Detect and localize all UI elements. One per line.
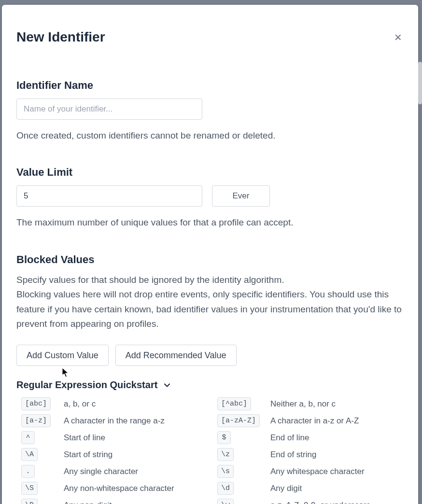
regex-row: [a-zA-Z] A character in a-z or A-Z — [217, 414, 404, 427]
regex-desc: A character in a-z or A-Z — [270, 416, 359, 426]
regex-tag: \A — [21, 448, 38, 461]
regex-row: \d Any digit — [217, 482, 404, 495]
regex-desc: Neither a, b, nor c — [270, 399, 336, 409]
regex-desc: Any single character — [64, 467, 138, 476]
identifier-name-label: Identifier Name — [16, 79, 404, 92]
regex-desc: End of line — [270, 433, 309, 443]
regex-row: \A Start of string — [21, 448, 208, 461]
regex-desc: End of string — [270, 450, 316, 460]
regex-row: \z End of string — [217, 448, 404, 461]
regex-tag: \s — [217, 465, 234, 478]
blocked-values-section: Blocked Values Specify values for that s… — [16, 253, 404, 332]
add-custom-value-button[interactable]: Add Custom Value — [16, 345, 109, 366]
regex-row: \w a-z, A-Z, 0-9, or underscore — [217, 499, 404, 504]
regex-desc: Any digit — [270, 484, 302, 493]
regex-tag: \d — [217, 482, 234, 495]
regex-desc: Start of string — [64, 450, 113, 460]
regex-row: ^ Start of line — [21, 431, 208, 444]
regex-tag: \w — [217, 499, 234, 504]
regex-desc: A character in the range a-z — [64, 416, 165, 426]
regex-desc: Any non-digit — [64, 501, 112, 504]
regex-desc: Any non-whitespace character — [64, 484, 174, 493]
regex-row: [^abc] Neither a, b, nor c — [217, 397, 404, 410]
identifier-name-section: Identifier Name Once created, custom ide… — [16, 79, 404, 143]
regex-row: [abc] a, b, or c — [21, 397, 208, 410]
identifier-name-input[interactable] — [16, 98, 202, 120]
regex-quickstart-title: Regular Expression Quickstart — [16, 379, 157, 391]
regex-tag: \S — [21, 482, 38, 495]
regex-desc: Any whitespace character — [270, 467, 365, 476]
close-icon: × — [394, 30, 402, 44]
regex-desc: a, b, or c — [64, 399, 96, 409]
regex-desc: Start of line — [64, 433, 105, 443]
add-recommended-value-button[interactable]: Add Recommended Value — [115, 345, 237, 366]
value-limit-section: Value Limit Ever The maximum number of u… — [16, 166, 404, 230]
regex-desc: a-z, A-Z, 0-9, or underscore — [270, 501, 371, 504]
regex-tag: [a-z] — [21, 414, 51, 427]
regex-row: \D Any non-digit — [21, 499, 208, 504]
identifier-name-help: Once created, custom identifiers cannot … — [16, 128, 404, 143]
regex-grid: [abc] a, b, or c [^abc] Neither a, b, no… — [16, 397, 404, 504]
chevron-down-icon — [163, 381, 171, 389]
regex-tag: [a-zA-Z] — [217, 414, 260, 427]
modal-title: New Identifier — [16, 29, 105, 45]
regex-tag: \D — [21, 499, 38, 504]
blocked-values-buttons: Add Custom Value Add Recommended Value — [16, 345, 404, 366]
blocked-values-desc-line2: Blocking values here will not drop entir… — [16, 289, 402, 329]
regex-tag: ^ — [21, 431, 35, 444]
value-limit-interval-button[interactable]: Ever — [212, 185, 270, 207]
regex-row: $ End of line — [217, 431, 404, 444]
regex-tag: \z — [217, 448, 234, 461]
regex-tag: [abc] — [21, 397, 51, 410]
scrollbar-thumb[interactable] — [418, 62, 422, 104]
modal-header: New Identifier × — [16, 29, 404, 45]
scrollbar-track[interactable] — [418, 6, 422, 503]
regex-row: \S Any non-whitespace character — [21, 482, 208, 495]
value-limit-help: The maximum number of unique values for … — [16, 215, 404, 230]
value-limit-label: Value Limit — [16, 166, 404, 179]
regex-row: . Any single character — [21, 465, 208, 478]
regex-tag: $ — [217, 431, 231, 444]
value-limit-input[interactable] — [16, 185, 202, 207]
blocked-values-label: Blocked Values — [16, 253, 404, 266]
regex-row: [a-z] A character in the range a-z — [21, 414, 208, 427]
blocked-values-desc-line1: Specify values for that should be ignore… — [16, 275, 284, 285]
regex-tag: . — [21, 465, 35, 478]
close-button[interactable]: × — [393, 29, 404, 45]
blocked-values-description: Specify values for that should be ignore… — [16, 273, 404, 332]
new-identifier-modal: New Identifier × Identifier Name Once cr… — [2, 5, 418, 504]
regex-tag: [^abc] — [217, 397, 251, 410]
regex-row: \s Any whitespace character — [217, 465, 404, 478]
regex-quickstart-toggle[interactable]: Regular Expression Quickstart — [16, 379, 404, 391]
